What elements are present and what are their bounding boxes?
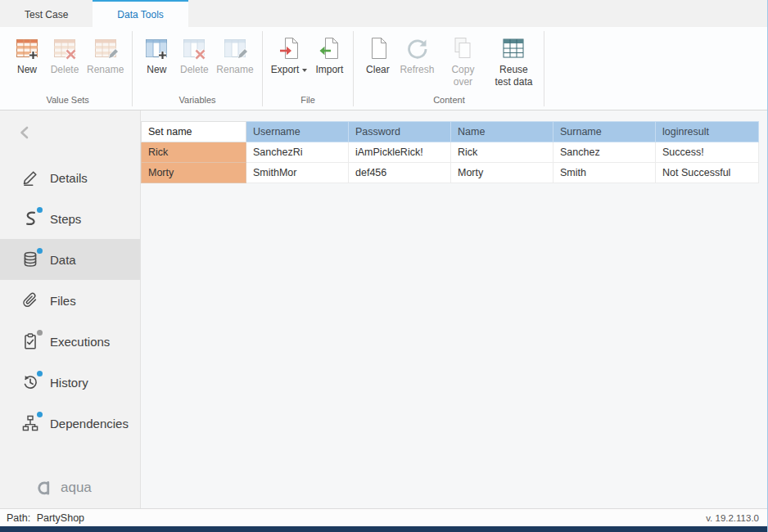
table-grid-icon (500, 35, 526, 61)
group-label-variables: Variables (138, 92, 256, 110)
column-header-set-name[interactable]: Set name (142, 122, 246, 142)
table-row: Rick SanchezRi iAmPickleRick! Rick Sanch… (142, 142, 759, 163)
group-label-content: Content (359, 92, 539, 110)
sidebar-item-history[interactable]: History (0, 362, 140, 403)
paperclip-icon (21, 291, 39, 309)
button-label: Rename (216, 64, 253, 76)
variables-new-button[interactable]: New (138, 33, 175, 79)
copy-over-button: Copy over (437, 33, 488, 91)
set-name-cell[interactable]: Morty (142, 163, 246, 183)
notification-dot (37, 371, 43, 376)
value-sets-new-button[interactable]: New (8, 33, 46, 79)
blank-document-icon (364, 35, 391, 61)
status-bar: Path: PartyShop v. 19.2.113.0 (0, 508, 767, 526)
set-name-cell[interactable]: Rick (142, 142, 246, 163)
data-cell[interactable]: def456 (349, 163, 451, 183)
button-label: Clear (366, 64, 390, 76)
button-label: New (147, 64, 166, 76)
data-cell[interactable]: Sanchez (553, 142, 656, 163)
table-rename-icon (93, 35, 119, 61)
group-label-value-sets: Value Sets (8, 92, 127, 110)
dropdown-caret-icon (302, 69, 307, 72)
data-cell[interactable]: Morty (451, 163, 553, 183)
button-label: Delete (180, 64, 209, 76)
import-document-icon (316, 35, 342, 61)
variables-rename-button: Rename (213, 33, 256, 79)
ribbon-tab-bar: Test Case Data Tools (0, 0, 767, 27)
columns-delete-icon (181, 35, 207, 61)
notification-dot (37, 412, 43, 417)
hierarchy-icon (21, 414, 39, 432)
ribbon-group-value-sets: New Delete Rename Value Sets (3, 27, 132, 110)
button-label: Export (271, 64, 308, 76)
sidebar-nav: Details Steps Data (0, 157, 140, 444)
data-cell[interactable]: Not Successful (656, 163, 759, 183)
column-header-username[interactable]: Username (246, 122, 349, 142)
columns-rename-icon (222, 35, 248, 61)
data-cell[interactable]: Success! (656, 142, 759, 163)
edit-pencil-icon (21, 169, 39, 187)
column-header-loginresult[interactable]: loginresult (656, 122, 759, 142)
ribbon-group-content: Clear Refresh Copy over (354, 27, 544, 110)
table-add-icon (14, 35, 40, 61)
variables-delete-button: Delete (175, 33, 213, 79)
refresh-icon (404, 35, 430, 61)
notification-dot (37, 330, 43, 336)
table-delete-icon (52, 35, 78, 61)
copy-documents-icon (450, 35, 476, 61)
sidebar-item-details[interactable]: Details (0, 157, 140, 198)
sidebar-item-steps[interactable]: Steps (0, 198, 140, 239)
data-cell[interactable]: iAmPickleRick! (349, 142, 451, 163)
button-label: Import (315, 64, 343, 76)
data-cell[interactable]: SmithMor (246, 163, 349, 183)
sidebar: Details Steps Data (0, 110, 141, 508)
path-indicator: Path: PartyShop (7, 512, 88, 524)
aqua-logo-icon (33, 477, 54, 498)
data-cell[interactable]: SanchezRi (246, 142, 349, 163)
column-header-surname[interactable]: Surname (553, 122, 656, 142)
columns-add-icon (143, 35, 169, 61)
notification-dot (37, 248, 43, 254)
data-cell[interactable]: Smith (553, 163, 656, 183)
path-value: PartyShop (37, 512, 84, 524)
value-sets-rename-button: Rename (84, 33, 127, 79)
import-button[interactable]: Import (310, 33, 348, 79)
button-label: Refresh (400, 64, 434, 76)
table-row: Morty SmithMor def456 Morty Smith Not Su… (142, 163, 759, 183)
tab-data-tools[interactable]: Data Tools (93, 0, 187, 27)
button-label: Rename (87, 64, 124, 76)
export-button[interactable]: Export (268, 33, 311, 79)
data-table: Set name Username Password Name Surname … (141, 121, 759, 183)
sidebar-item-executions[interactable]: Executions (0, 321, 140, 362)
column-header-password[interactable]: Password (349, 122, 451, 142)
button-label: Copy over (440, 64, 485, 88)
tab-test-case[interactable]: Test Case (0, 0, 93, 27)
column-header-name[interactable]: Name (451, 122, 553, 142)
value-sets-delete-button: Delete (46, 33, 84, 79)
main-content: Set name Username Password Name Surname … (141, 110, 767, 508)
button-label: Delete (51, 64, 79, 76)
chevron-left-icon (18, 125, 31, 140)
sidebar-item-dependencies[interactable]: Dependencies (0, 403, 140, 444)
ribbon-group-variables: New Delete Rename Variables (133, 27, 261, 110)
refresh-button: Refresh (396, 33, 437, 79)
notification-dot (37, 207, 43, 213)
version-label: v. 19.2.113.0 (706, 513, 759, 523)
data-cell[interactable]: Rick (451, 142, 553, 163)
sidebar-item-files[interactable]: Files (0, 280, 140, 321)
window-bottom-edge (0, 526, 767, 532)
path-label: Path: (7, 512, 30, 524)
reuse-test-data-button[interactable]: Reuse test data (488, 33, 539, 91)
button-label: New (17, 64, 37, 76)
clear-button[interactable]: Clear (359, 33, 396, 79)
steps-path-icon (21, 210, 39, 228)
ribbon: New Delete Rename Value Sets (0, 27, 767, 110)
header-row: Set name Username Password Name Surname … (142, 122, 759, 142)
database-icon (21, 250, 39, 268)
collapse-sidebar-button[interactable] (0, 119, 140, 147)
sidebar-item-data[interactable]: Data (0, 239, 140, 280)
button-label: Reuse test data (491, 64, 535, 88)
clipboard-check-icon (21, 332, 39, 350)
history-clock-icon (21, 373, 39, 391)
ribbon-group-file: Export Import File (263, 27, 354, 110)
